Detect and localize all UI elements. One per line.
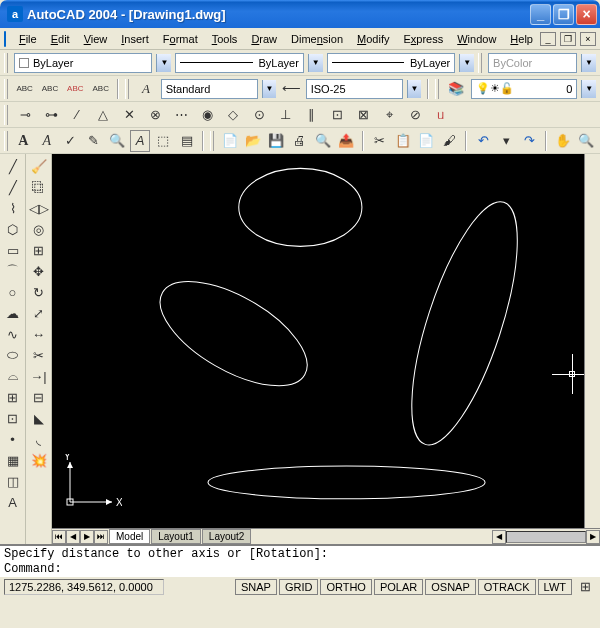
- snap-perpendicular-icon[interactable]: ⊥: [274, 104, 296, 126]
- extend-icon[interactable]: →|: [28, 366, 50, 386]
- line-icon[interactable]: ╱: [2, 156, 24, 176]
- new-icon[interactable]: 📄: [220, 130, 239, 152]
- mtext-icon[interactable]: A: [14, 130, 33, 152]
- tab-last-icon[interactable]: ⏭: [94, 530, 108, 544]
- ellipse-shape[interactable]: [144, 261, 323, 407]
- copy-obj-icon[interactable]: ⿻: [28, 177, 50, 197]
- toolbar-grip[interactable]: [4, 79, 8, 99]
- snap-nearest-icon[interactable]: ⌖: [378, 104, 400, 126]
- coordinates-display[interactable]: 1275.2286, 349.5612, 0.0000: [4, 579, 164, 595]
- menu-tools[interactable]: Tools: [205, 31, 245, 47]
- lineweight-combo[interactable]: ByLayer: [327, 53, 456, 73]
- model-tab[interactable]: Model: [109, 529, 150, 544]
- snap-parallel-icon[interactable]: ∥: [300, 104, 322, 126]
- undo-icon[interactable]: ↶: [473, 130, 492, 152]
- command-window[interactable]: Specify distance to other axis or [Rotat…: [0, 544, 600, 576]
- move-icon[interactable]: ✥: [28, 261, 50, 281]
- linetype-combo-arrow[interactable]: ▼: [308, 54, 323, 72]
- ellipse-icon[interactable]: ⬭: [2, 345, 24, 365]
- drawing-canvas[interactable]: X Y ⏮ ◀ ▶ ⏭ Model Layout1 Layout2 ◀ ▶: [52, 154, 600, 544]
- abc-style-3-icon[interactable]: ABC: [65, 78, 86, 100]
- pan-icon[interactable]: ✋: [553, 130, 572, 152]
- layout2-tab[interactable]: Layout2: [202, 529, 252, 544]
- toolbar-grip[interactable]: [435, 79, 439, 99]
- mdi-minimize-button[interactable]: _: [540, 32, 556, 46]
- ellipse-shape[interactable]: [208, 466, 485, 499]
- mdi-close-button[interactable]: ×: [580, 32, 596, 46]
- insert-block-icon[interactable]: ⊞: [2, 387, 24, 407]
- redo-icon[interactable]: ↷: [520, 130, 539, 152]
- circle-icon[interactable]: ○: [2, 282, 24, 302]
- grid-toggle[interactable]: GRID: [279, 579, 319, 595]
- textstyle-manager-icon[interactable]: A: [130, 130, 149, 152]
- textstyle-icon[interactable]: A: [135, 78, 156, 100]
- hscroll-track[interactable]: [506, 531, 586, 543]
- menu-draw[interactable]: Draw: [244, 31, 284, 47]
- snap-insert-icon[interactable]: ⊡: [326, 104, 348, 126]
- osnap-toggle[interactable]: OSNAP: [425, 579, 476, 595]
- spline-icon[interactable]: ∿: [2, 324, 24, 344]
- paste-icon[interactable]: 📄: [417, 130, 436, 152]
- snap-endpoint-icon[interactable]: ∕: [66, 104, 88, 126]
- snap-center-icon[interactable]: ◉: [196, 104, 218, 126]
- snap-from-icon[interactable]: ⊸: [14, 104, 36, 126]
- copy-icon[interactable]: 📋: [393, 130, 412, 152]
- command-prompt[interactable]: Command:: [0, 561, 600, 576]
- dimstyle-combo[interactable]: ISO-25: [306, 79, 403, 99]
- mdi-restore-button[interactable]: ❐: [560, 32, 576, 46]
- snap-tangent-icon[interactable]: ⊙: [248, 104, 270, 126]
- arc-icon[interactable]: ⌒: [2, 261, 24, 281]
- text-edit-icon[interactable]: ✎: [84, 130, 103, 152]
- menu-file[interactable]: File: [12, 31, 44, 47]
- zoom-icon[interactable]: 🔍: [577, 130, 596, 152]
- dimstyle-combo-arrow[interactable]: ▼: [407, 80, 422, 98]
- ellipse-shape[interactable]: [390, 191, 539, 456]
- cut-icon[interactable]: ✂: [370, 130, 389, 152]
- tab-prev-icon[interactable]: ◀: [66, 530, 80, 544]
- textstyle-combo[interactable]: Standard: [161, 79, 258, 99]
- pline-icon[interactable]: ⌇: [2, 198, 24, 218]
- maximize-button[interactable]: ❐: [553, 4, 574, 25]
- scale-text-icon[interactable]: ⬚: [154, 130, 173, 152]
- explode-icon[interactable]: 💥: [28, 450, 50, 470]
- polygon-icon[interactable]: ⬡: [2, 219, 24, 239]
- menu-modify[interactable]: Modify: [350, 31, 396, 47]
- abc-style-1-icon[interactable]: ABC: [14, 78, 35, 100]
- toolbar-grip[interactable]: [4, 53, 8, 73]
- make-block-icon[interactable]: ⊡: [2, 408, 24, 428]
- snap-temp-track-icon[interactable]: ⊶: [40, 104, 62, 126]
- save-icon[interactable]: 💾: [267, 130, 286, 152]
- snap-apparent-icon[interactable]: ⊗: [144, 104, 166, 126]
- menu-express[interactable]: Express: [396, 31, 450, 47]
- find-text-icon[interactable]: 🔍: [107, 130, 126, 152]
- break-icon[interactable]: ⊟: [28, 387, 50, 407]
- close-button[interactable]: ×: [576, 4, 597, 25]
- preview-icon[interactable]: 🔍: [313, 130, 332, 152]
- textstyle-combo-arrow[interactable]: ▼: [262, 80, 277, 98]
- tab-next-icon[interactable]: ▶: [80, 530, 94, 544]
- array-icon[interactable]: ⊞: [28, 240, 50, 260]
- toolbar-grip[interactable]: [4, 131, 8, 151]
- matchprop-icon[interactable]: 🖌: [440, 130, 459, 152]
- layer-combo-arrow[interactable]: ▼: [581, 80, 596, 98]
- chamfer-icon[interactable]: ◣: [28, 408, 50, 428]
- snap-node-icon[interactable]: ⊠: [352, 104, 374, 126]
- document-icon[interactable]: [4, 31, 6, 47]
- otrack-toggle[interactable]: OTRACK: [478, 579, 536, 595]
- plot-icon[interactable]: 🖨: [290, 130, 309, 152]
- point-icon[interactable]: •: [2, 429, 24, 449]
- snap-intersection-icon[interactable]: ✕: [118, 104, 140, 126]
- menu-window[interactable]: Window: [450, 31, 503, 47]
- snap-midpoint-icon[interactable]: △: [92, 104, 114, 126]
- publish-icon[interactable]: 📤: [337, 130, 356, 152]
- minimize-button[interactable]: _: [530, 4, 551, 25]
- mirror-icon[interactable]: ◁▷: [28, 198, 50, 218]
- xline-icon[interactable]: ╱: [2, 177, 24, 197]
- toolbar-grip[interactable]: [4, 105, 8, 125]
- layer-combo[interactable]: 💡 ☀ 🔓 0: [471, 79, 578, 99]
- snap-toggle[interactable]: SNAP: [235, 579, 277, 595]
- dimstyle-icon[interactable]: ⟵: [280, 78, 301, 100]
- snap-quadrant-icon[interactable]: ◇: [222, 104, 244, 126]
- model-paper-toggle-icon[interactable]: ⊞: [574, 576, 596, 598]
- snap-none-icon[interactable]: ⊘: [404, 104, 426, 126]
